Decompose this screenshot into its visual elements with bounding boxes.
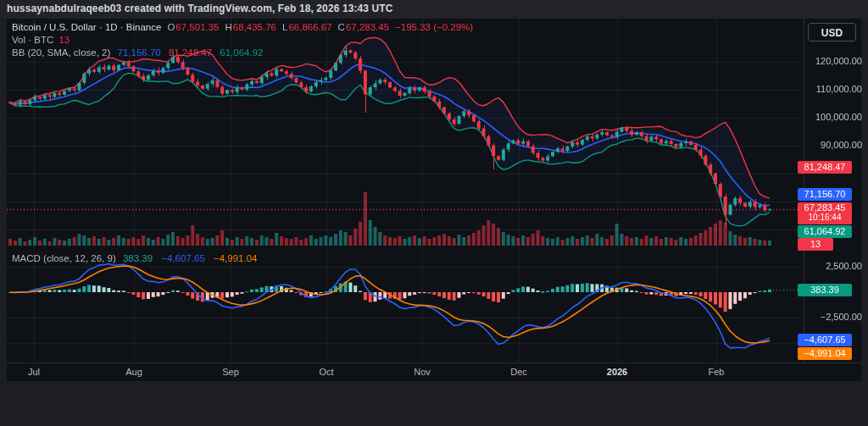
ohlc-close: C67,283.45 — [332, 22, 389, 32]
time-axis[interactable]: Jul Aug Sep Oct Nov Dec 2026 Feb — [7, 362, 861, 381]
price-tick: 120,000.00 — [815, 56, 862, 66]
bb-middle-value: 71,156.70 — [118, 47, 161, 58]
macd-tick: 2,500.00 — [826, 261, 862, 271]
change-value: −195.33 (−0.29%) — [395, 22, 473, 32]
volume-value: 13 — [58, 35, 70, 45]
price-tick: 110,000.00 — [816, 84, 862, 94]
last-price-label: 67,283.4510:16:44 — [798, 202, 852, 224]
time-label: Dec — [510, 367, 527, 377]
macd-hist-axis-label: 383.39 — [798, 284, 852, 296]
bb-middle-price-label: 71,156.70 — [798, 188, 852, 201]
footer-bar: TradingView — [0, 381, 868, 426]
volume-axis-label: 13 — [798, 238, 833, 251]
tradingview-snapshot: hussaynabdulraqeeb03 created with Tradin… — [0, 0, 868, 426]
macd-signal-value: −4,991.04 — [214, 253, 257, 263]
ohlc-high: H68,435.76 — [220, 22, 276, 32]
bb-lower-value: 61,064.92 — [220, 47, 263, 58]
macd-line-value: −4,607.65 — [161, 253, 204, 263]
bb-lower-price-label: 61,064.92 — [798, 225, 852, 238]
bb-upper-price-label: 81,248.47 — [798, 161, 852, 174]
macd-tick: −2,500.00 — [821, 312, 862, 322]
volume-legend[interactable]: Vol · BTC 13 — [12, 35, 70, 45]
ohlc-low: L66,866.67 — [276, 22, 332, 32]
bb-upper-value: 81,248.47 — [169, 47, 212, 58]
time-label: Sep — [222, 367, 239, 377]
time-label: Nov — [414, 367, 431, 377]
macd-legend[interactable]: MACD (close, 12, 26, 9) 383.39 −4,607.65… — [12, 253, 257, 263]
symbol-title: Bitcoin / U.S. Dollar · 1D · Binance — [12, 22, 161, 32]
macd-signal-axis-label: −4,991.04 — [798, 347, 852, 360]
currency-toggle-button[interactable]: USD — [808, 23, 856, 41]
time-label: Feb — [709, 367, 725, 377]
bb-legend[interactable]: BB (20, SMA, close, 2) 71,156.70 81,248.… — [12, 47, 263, 58]
time-label-year: 2026 — [607, 367, 627, 377]
macd-hist-value: 383.39 — [123, 253, 153, 263]
macd-pane-canvas[interactable] — [7, 251, 804, 362]
price-tick: 90,000.00 — [821, 140, 862, 150]
symbol-legend[interactable]: Bitcoin / U.S. Dollar · 1D · BinanceO67,… — [12, 22, 473, 32]
bb-label: BB (20, SMA, close, 2) — [12, 47, 110, 58]
time-label: Aug — [125, 367, 142, 377]
time-label: Oct — [319, 367, 333, 377]
time-label: Jul — [28, 367, 40, 377]
attribution-bar: hussaynabdulraqeeb03 created with Tradin… — [0, 0, 868, 19]
price-tick: 100,000.00 — [815, 112, 862, 122]
macd-label: MACD (close, 12, 26, 9) — [12, 253, 116, 263]
bar-countdown: 10:16:44 — [798, 213, 852, 222]
ohlc-open: O67,501.35 — [161, 22, 219, 32]
volume-label: Vol · BTC — [12, 35, 53, 45]
attribution-text: hussaynabdulraqeeb03 created with Tradin… — [7, 3, 392, 14]
macd-line-axis-label: −4,607.65 — [798, 334, 852, 346]
